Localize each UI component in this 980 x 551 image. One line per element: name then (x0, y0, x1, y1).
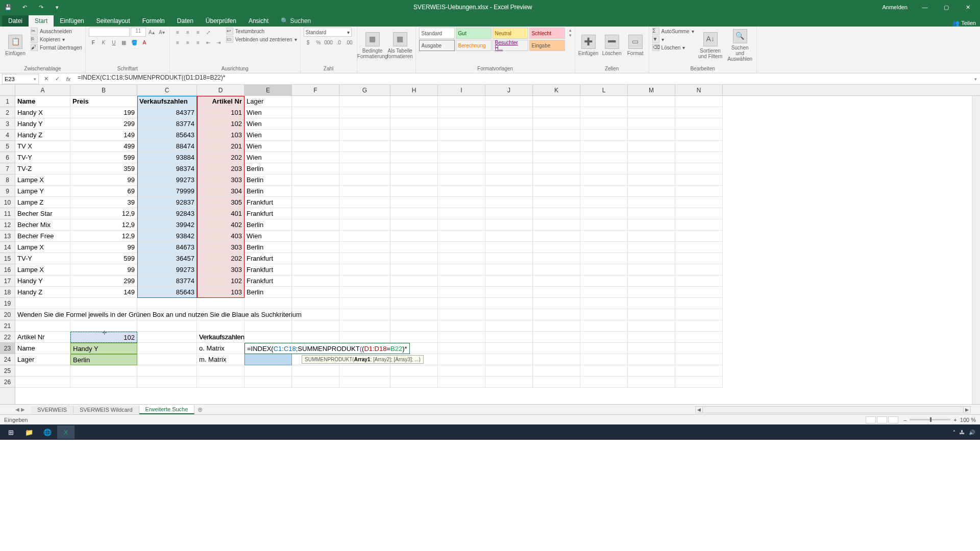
maximize-button[interactable]: ▢ (936, 0, 957, 14)
row-header-24[interactable]: 24 (0, 354, 15, 365)
cell-C12[interactable]: 39942 (137, 219, 197, 231)
file-explorer-button[interactable]: 📁 (20, 425, 38, 439)
cell-A15[interactable]: TV-Y (15, 253, 70, 264)
cell-C11[interactable]: 92843 (137, 208, 197, 219)
row-header-23[interactable]: 23 (0, 343, 15, 354)
cell-E12[interactable]: Berlin (244, 219, 292, 231)
tab-start[interactable]: Start (29, 15, 54, 27)
cell-C3[interactable]: 83774 (137, 118, 197, 130)
styles-scroll-down-icon[interactable]: ▾ (569, 33, 572, 38)
horizontal-scrollbar[interactable]: ◀ ▶ (695, 406, 971, 413)
col-header-E[interactable]: E (244, 85, 292, 95)
autosum-button[interactable]: ΣAutoSumme ▾ (652, 28, 694, 35)
style-output[interactable]: Ausgabe (419, 40, 455, 51)
font-name-input[interactable] (89, 28, 130, 37)
cell-E11[interactable]: Frankfurt (244, 208, 292, 219)
cell-A7[interactable]: TV-Z (15, 163, 70, 174)
row-header-18[interactable]: 18 (0, 287, 15, 298)
cell-C10[interactable]: 92837 (137, 197, 197, 208)
cell-A12[interactable]: Becher Mix (15, 219, 70, 231)
tab-page-layout[interactable]: Seitenlayout (90, 15, 136, 27)
zoom-out-button[interactable]: – (903, 417, 906, 423)
cell-A11[interactable]: Becher Star (15, 208, 70, 219)
format-as-table-button[interactable]: ▦Als Tabelle formatieren (388, 28, 412, 63)
row-header-20[interactable]: 20 (0, 309, 15, 320)
style-standard[interactable]: Standard (419, 28, 455, 39)
cell-D18[interactable]: 103 (197, 287, 244, 298)
cell-E13[interactable]: Wien (244, 231, 292, 242)
vertical-scrollbar[interactable] (972, 96, 980, 404)
cell-B18[interactable]: 149 (70, 287, 137, 298)
indent-dec-button[interactable]: ⇤ (204, 38, 213, 47)
col-header-L[interactable]: L (580, 85, 628, 95)
minimize-button[interactable]: — (915, 0, 935, 14)
fx-button[interactable]: fx (63, 74, 74, 84)
comma-button[interactable]: 000 (324, 38, 333, 47)
align-bottom-button[interactable]: ≡ (193, 28, 203, 37)
cell-B22[interactable]: 102 (70, 332, 137, 343)
cell-A5[interactable]: TV X (15, 141, 70, 152)
cell-C13[interactable]: 93842 (137, 231, 197, 242)
cell-E5[interactable]: Wien (244, 141, 292, 152)
cell-E15[interactable]: Frankfurt (244, 253, 292, 264)
cell-D12[interactable]: 402 (197, 219, 244, 231)
cell-E9[interactable]: Berlin (244, 186, 292, 197)
cell-D14[interactable]: 303 (197, 242, 244, 253)
cell-D5[interactable]: 201 (197, 141, 244, 152)
cell-A8[interactable]: Lampe X (15, 174, 70, 186)
close-button[interactable]: ✕ (958, 0, 978, 14)
style-input[interactable]: Eingabe (529, 40, 565, 51)
spreadsheet-grid[interactable]: ABCDEFGHIJKLMN 1234567891011121314151617… (0, 85, 980, 404)
cell-B6[interactable]: 599 (70, 152, 137, 163)
row-header-5[interactable]: 5 (0, 141, 15, 152)
share-button[interactable]: 👥 Teilen (952, 20, 976, 27)
cell-E17[interactable]: Frankfurt (244, 276, 292, 287)
cell-E14[interactable]: Berlin (244, 242, 292, 253)
row-header-19[interactable]: 19 (0, 298, 15, 309)
cell-B3[interactable]: 299 (70, 118, 137, 130)
cell-C6[interactable]: 93884 (137, 152, 197, 163)
underline-button[interactable]: U (109, 38, 118, 47)
row-header-12[interactable]: 12 (0, 219, 15, 231)
cell-C18[interactable]: 85643 (137, 287, 197, 298)
col-header-D[interactable]: D (197, 85, 244, 95)
select-all-corner[interactable] (0, 85, 15, 96)
styles-scroll-up-icon[interactable]: ▴ (569, 28, 572, 33)
row-header-2[interactable]: 2 (0, 107, 15, 118)
font-size-input[interactable]: 11 (131, 28, 146, 37)
cell-D10[interactable]: 305 (197, 197, 244, 208)
row-header-8[interactable]: 8 (0, 174, 15, 186)
cell-D2[interactable]: 101 (197, 107, 244, 118)
view-normal-button[interactable] (866, 416, 876, 423)
start-menu-button[interactable]: ⊞ (2, 425, 19, 439)
cell-B13[interactable]: 12,9 (70, 231, 137, 242)
row-header-9[interactable]: 9 (0, 186, 15, 197)
delete-cells-button[interactable]: ➖Löschen (602, 28, 622, 63)
name-box[interactable]: E23 (2, 74, 39, 84)
hscroll-right-icon[interactable]: ▶ (963, 407, 970, 413)
cell-A13[interactable]: Becher Free (15, 231, 70, 242)
col-header-H[interactable]: H (390, 85, 438, 95)
cell-E7[interactable]: Berlin (244, 163, 292, 174)
cell-A10[interactable]: Lampe Z (15, 197, 70, 208)
cell-B7[interactable]: 359 (70, 163, 137, 174)
col-header-N[interactable]: N (675, 85, 723, 95)
confirm-formula-button[interactable]: ✓ (52, 74, 62, 84)
formula-input[interactable]: =INDEX(C1:C18;SUMMENPRODUKT((D1:D18=B22)… (76, 74, 971, 84)
cell-C15[interactable]: 36457 (137, 253, 197, 264)
col-header-J[interactable]: J (485, 85, 533, 95)
cell-A1[interactable]: Name (15, 96, 70, 107)
merge-center-button[interactable]: ▭Verbinden und zentrieren ▾ (226, 36, 297, 43)
cell-A23[interactable]: Name (15, 343, 70, 354)
cell-A24[interactable]: Lager (15, 354, 70, 365)
font-color-button[interactable]: A (140, 38, 149, 47)
sheet-nav-prev-icon[interactable]: ◀ (15, 407, 19, 412)
italic-button[interactable]: K (99, 38, 108, 47)
expand-formula-bar-icon[interactable]: ▾ (971, 77, 980, 82)
grow-font-button[interactable]: A▴ (147, 28, 156, 37)
cell-C17[interactable]: 83774 (137, 276, 197, 287)
cell-C4[interactable]: 85643 (137, 130, 197, 141)
cell-E18[interactable]: Berlin (244, 287, 292, 298)
cell-D8[interactable]: 303 (197, 174, 244, 186)
cell-B24[interactable]: Berlin (70, 354, 137, 365)
